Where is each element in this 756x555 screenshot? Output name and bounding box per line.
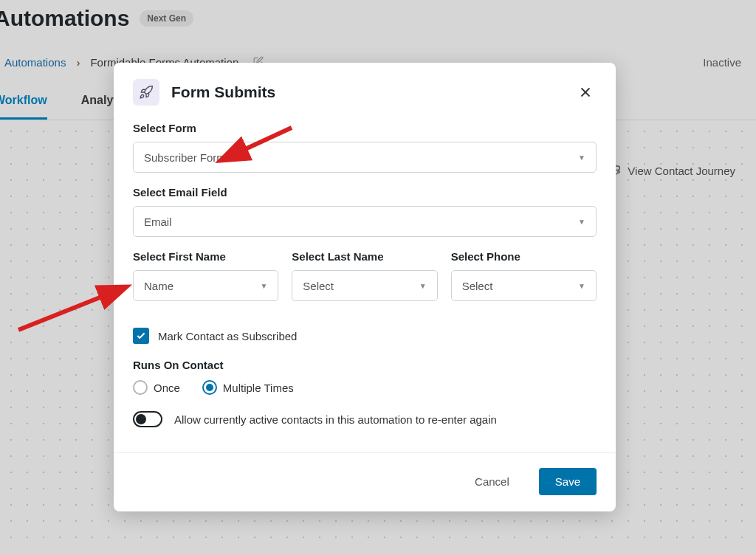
view-journey-link[interactable]: View Contact Journey [610, 163, 735, 178]
subscribed-checkbox-label: Mark Contact as Subscribed [158, 330, 297, 342]
radio-multiple[interactable] [202, 380, 217, 395]
status-badge: Inactive [703, 56, 741, 69]
chevron-down-icon: ▼ [578, 154, 585, 162]
reenter-toggle-label: Allow currently active contacts in this … [174, 413, 497, 426]
firstname-select-value: Name [144, 280, 173, 292]
page-title: Automations [0, 6, 129, 31]
nextgen-badge: Next Gen [140, 10, 193, 27]
save-button[interactable]: Save [539, 468, 597, 495]
form-submits-modal: Form Submits Select Form Subscriber Form… [114, 63, 616, 511]
lastname-select-value: Select [303, 280, 334, 292]
radio-once-label: Once [154, 382, 180, 394]
email-select-value: Email [144, 216, 172, 228]
radio-once[interactable] [133, 380, 148, 395]
tab-workflow[interactable]: Workflow [0, 94, 47, 120]
lastname-label: Select Last Name [292, 250, 437, 263]
chevron-down-icon: ▼ [578, 282, 585, 290]
runs-on-contact-label: Runs On Contact [133, 359, 597, 371]
close-icon[interactable] [574, 81, 597, 103]
reenter-toggle[interactable] [133, 411, 162, 427]
subscribed-checkbox[interactable] [133, 328, 149, 344]
phone-select-value: Select [462, 280, 493, 292]
phone-label: Select Phone [451, 250, 597, 263]
cancel-button[interactable]: Cancel [458, 468, 526, 495]
view-journey-label: View Contact Journey [628, 165, 735, 177]
email-label: Select Email Field [133, 186, 597, 199]
phone-select[interactable]: Select ▼ [451, 270, 597, 301]
firstname-label: Select First Name [133, 250, 278, 263]
toggle-knob [136, 414, 146, 424]
modal-title: Form Submits [171, 83, 275, 101]
firstname-select[interactable]: Name ▼ [133, 270, 278, 301]
form-select-value: Subscriber Form [144, 151, 226, 164]
rocket-icon [133, 79, 159, 106]
chevron-down-icon: ▼ [419, 282, 427, 290]
chevron-down-icon: ▼ [260, 282, 267, 290]
lastname-select[interactable]: Select ▼ [292, 270, 437, 301]
form-label: Select Form [133, 122, 597, 134]
form-select[interactable]: Subscriber Form ▼ [133, 142, 597, 173]
chevron-down-icon: ▼ [578, 218, 585, 226]
svg-point-1 [618, 171, 620, 173]
radio-multiple-label: Multiple Times [223, 382, 294, 394]
email-select[interactable]: Email ▼ [133, 206, 597, 237]
chevron-right-icon: › [76, 56, 80, 69]
breadcrumb-link-automations[interactable]: Automations [4, 56, 66, 69]
